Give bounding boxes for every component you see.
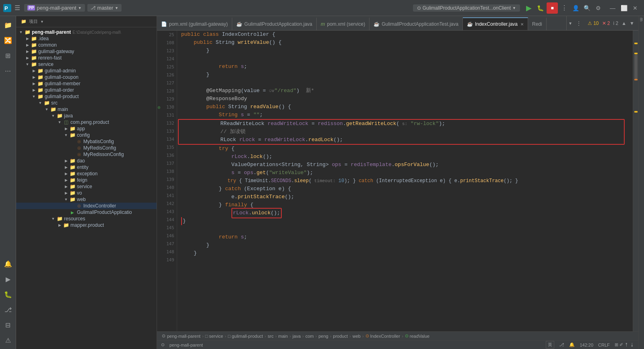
scroll-down-button[interactable]: ▼	[630, 21, 634, 26]
sidebar-item-myredissonconfig[interactable]: ▶ ☉ MyRedissonConfig	[16, 151, 157, 158]
xml-tab-icon: m	[321, 21, 325, 27]
line-num: 142	[157, 199, 177, 207]
tab-extra-button[interactable]: ⋮	[574, 16, 584, 30]
code-line: rLock.unlock();	[177, 209, 633, 217]
sidebar-item-order[interactable]: ▶ 📁 gulimall-order	[16, 87, 157, 93]
sidebar-item-indexcontroller[interactable]: ▶ ☉ IndexController	[16, 203, 157, 209]
line-num: 143	[157, 207, 177, 216]
sidebar-item-mybatisconfig[interactable]: ▶ ☉ MybatisConfig	[16, 138, 157, 145]
folder-icon: 📁	[69, 177, 76, 183]
tab-pom-service[interactable]: m pom.xml (service)	[317, 17, 369, 30]
tab-gulimall-product-app[interactable]: ☕ GulimallProductApplication.java	[232, 17, 317, 30]
run-config[interactable]: ⊙ GulimallProductApplicationTest...onCli…	[413, 4, 520, 12]
tab-close-icon[interactable]: ✕	[520, 22, 524, 27]
item-label: vo	[77, 190, 82, 196]
tab-label: pom.xml (service)	[327, 21, 365, 27]
sidebar-item-package[interactable]: ▼ ◫ com.peng.product	[16, 119, 157, 125]
java-icon: ⊙	[365, 333, 369, 339]
tab-overflow-button[interactable]: ▾	[566, 16, 574, 30]
sidebar-item-resources[interactable]: ▼ 📁 resources	[16, 216, 157, 222]
sidebar-item-mapper[interactable]: ▶ 📁 mapper.product	[16, 222, 157, 228]
folder-icon: 📁	[43, 100, 50, 106]
activity-run-icon[interactable]: ▶	[1, 272, 15, 286]
folder-icon: 📁	[69, 164, 76, 170]
tab-pom-gateway[interactable]: 📄 pom.xml (gulimall-gateway)	[157, 17, 232, 30]
user-icon[interactable]: 👤	[570, 2, 581, 14]
sidebar-item-dao[interactable]: ▶ 📁 dao	[16, 158, 157, 164]
sidebar-item-gulimall-app[interactable]: ▶ ▶ GulimallProductApplicatio	[16, 209, 157, 216]
activity-git-icon[interactable]: ⎇	[1, 302, 15, 317]
project-selector[interactable]: PP peng-mall-parent ▼	[24, 4, 85, 12]
tab-index-controller[interactable]: ☕ IndexController.java ✕	[463, 17, 528, 30]
more-actions-button[interactable]: ⋮	[559, 2, 570, 14]
line-numbers-gutter: 25 108 123 124 125 126 127 128 129 130◎ …	[157, 31, 177, 331]
code-line: String s = "";	[177, 111, 633, 119]
sidebar-item-admin[interactable]: ▶ 📁 gulimall-admin	[16, 68, 157, 74]
item-label: gulimall-admin	[45, 68, 76, 74]
settings-icon[interactable]: ⚙	[592, 2, 604, 14]
activity-project-icon[interactable]: 📁	[1, 18, 15, 32]
code-line: return s;	[177, 63, 633, 71]
activity-terminal-icon[interactable]: ⊟	[1, 318, 15, 332]
editor-area: 📄 pom.xml (gulimall-gateway) ☕ GulimallP…	[157, 16, 638, 349]
sidebar-item-common[interactable]: ▶ 📁 common	[16, 42, 157, 48]
sidebar-item-member[interactable]: ▶ 📁 gulimall-member	[16, 80, 157, 87]
maximize-button[interactable]: ⬜	[618, 2, 630, 14]
menu-icon[interactable]: ☰	[14, 4, 20, 12]
branch-selector[interactable]: ⎇ master ▼	[87, 4, 122, 12]
activity-more-icon[interactable]: ···	[1, 64, 15, 78]
run-button[interactable]: ▶	[523, 2, 535, 14]
minimize-button[interactable]: —	[607, 2, 618, 14]
activity-structure-icon[interactable]: ⊞	[1, 48, 15, 63]
sidebar-item-coupon[interactable]: ▶ 📁 gulimall-coupon	[16, 74, 157, 80]
sidebar-item-gateway[interactable]: ▶ 📁 gulimall-gateway	[16, 48, 157, 55]
sidebar-item-renren[interactable]: ▶ 📁 renren-fast	[16, 55, 157, 61]
line-num: 145	[157, 224, 177, 232]
sidebar-item-feign[interactable]: ▶ 📁 feign	[16, 177, 157, 183]
editor-content[interactable]: 25 108 123 124 125 126 127 128 129 130◎ …	[157, 31, 638, 331]
activity-problems-icon[interactable]: ⚠	[1, 333, 15, 347]
sidebar-item-config[interactable]: ▼ 📁 config	[16, 132, 157, 138]
tab-label: Redi	[532, 21, 542, 27]
item-label: com.peng.product	[70, 119, 109, 125]
sidebar-item-java[interactable]: ▼ 📁 java	[16, 113, 157, 119]
sidebar-item-service[interactable]: ▼ 📁 service	[16, 61, 157, 68]
debug-button[interactable]: 🐛	[535, 2, 546, 14]
stop-button[interactable]: ■	[547, 2, 558, 14]
code-line: try { TimeUnit.SECONDS.sleep( timeout: 1…	[177, 177, 633, 185]
sidebar-item-entity[interactable]: ▶ 📁 entity	[16, 164, 157, 170]
status-bar: ⊙ peng-mall-parent 英 ⎇ 🔔 142:20 CRLF ⊞ ✐…	[157, 340, 638, 349]
close-button[interactable]: ✕	[630, 2, 641, 14]
sidebar-item-app[interactable]: ▶ 📁 app	[16, 125, 157, 132]
sidebar-item-idea[interactable]: ▶ 📁 .idea	[16, 35, 157, 42]
tab-redi[interactable]: Redi	[528, 17, 547, 30]
code-editor[interactable]: public class IndexController { public St…	[177, 31, 633, 331]
sidebar-item-vo[interactable]: ▶ 📁 vo	[16, 190, 157, 196]
right-panel-icon-1[interactable]: m	[639, 18, 644, 21]
status-lang-icon[interactable]: 英	[546, 341, 554, 349]
sidebar-item-web[interactable]: ▼ 📁 web	[16, 196, 157, 203]
tab-gulimall-app-test[interactable]: ☕ GulimallProductApplicationTest.java	[369, 17, 463, 30]
sidebar-title: 项目	[29, 18, 38, 25]
sidebar-item-service-inner[interactable]: ▶ 📁 service	[16, 183, 157, 190]
bc-product2: product	[333, 334, 348, 339]
error-badge: ✕ 2	[602, 21, 610, 26]
search-icon[interactable]: 🔍	[581, 2, 592, 14]
code-line: // 加读锁	[179, 128, 624, 136]
activity-debug-icon[interactable]: 🐛	[1, 287, 15, 302]
sidebar-item-src[interactable]: ▼ 📁 src	[16, 100, 157, 106]
method-icon: ⊙	[405, 333, 409, 339]
activity-vcs-icon[interactable]: 🔀	[1, 33, 15, 47]
tree-root[interactable]: ▼ 📁 peng-mall-parent E:\Data\gitCode\pen…	[16, 29, 157, 35]
item-label: MyRedissonConfig	[83, 152, 124, 157]
sidebar-item-myredisconfig[interactable]: ▶ ☉ MyRedisConfig	[16, 145, 157, 151]
activity-notifications-icon[interactable]: 🔔	[1, 257, 15, 271]
sidebar-item-main[interactable]: ▼ 📁 main	[16, 106, 157, 113]
sidebar-item-product[interactable]: ▼ 📁 gulimall-product	[16, 93, 157, 100]
item-label: .idea	[38, 36, 49, 41]
scroll-up-button[interactable]: ▲	[621, 21, 626, 26]
item-label: gulimall-order	[45, 87, 74, 93]
sidebar-item-exception[interactable]: ▶ 📁 exception	[16, 170, 157, 177]
scroll-thumb[interactable]	[634, 55, 638, 79]
bc-web: web	[353, 334, 361, 339]
